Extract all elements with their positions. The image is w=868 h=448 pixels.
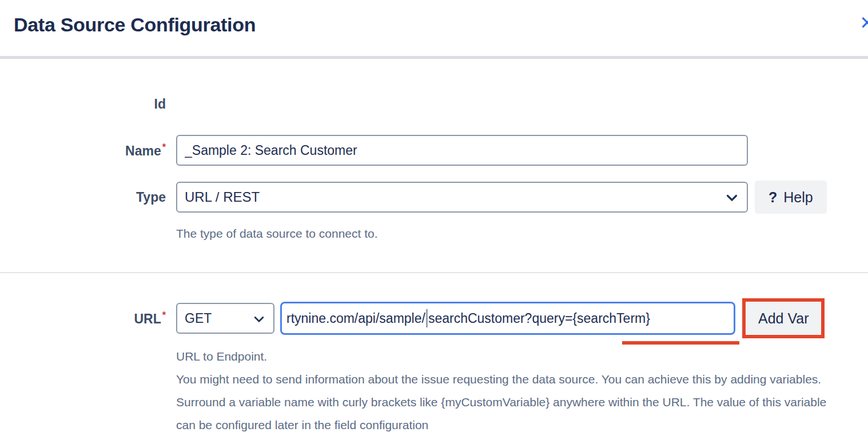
- type-field-row: Type URL / REST ? Help: [0, 181, 868, 214]
- name-input[interactable]: [176, 135, 748, 166]
- url-description-line3: Surround a variable name with curly brac…: [176, 391, 826, 414]
- url-description-line4: can be configured later in the field con…: [176, 414, 826, 437]
- url-value-after-caret: searchCustomer?query={searchTerm}: [428, 311, 650, 326]
- url-value-before-caret: rtynine.com/api/sample/: [286, 311, 425, 326]
- id-field-label: Id: [0, 97, 176, 112]
- question-mark-icon: ?: [769, 189, 777, 206]
- id-field-row: Id: [0, 97, 868, 112]
- name-field-label: Name*: [0, 142, 176, 159]
- name-label-text: Name: [125, 143, 161, 158]
- url-description-line2: You might need to send information about…: [176, 368, 826, 391]
- required-asterisk: *: [162, 310, 166, 320]
- close-icon[interactable]: ✕: [859, 14, 868, 32]
- data-source-configuration-modal: Data Source Configuration ✕ Id Name* Typ…: [0, 0, 868, 448]
- annotation-underline: [622, 341, 739, 345]
- url-field-label: URL*: [0, 310, 176, 327]
- header-divider: [0, 56, 868, 59]
- url-input[interactable]: rtynine.com/api/sample/searchCustomer?qu…: [280, 302, 735, 335]
- type-description: The type of data source to connect to.: [176, 226, 378, 241]
- text-caret: [426, 309, 428, 327]
- modal-header: Data Source Configuration ✕: [0, 0, 868, 56]
- section-divider: [0, 272, 868, 273]
- page-title: Data Source Configuration: [14, 14, 854, 36]
- type-field-label: Type: [0, 190, 176, 205]
- add-var-button[interactable]: Add Var: [746, 302, 821, 334]
- chevron-down-icon: [726, 189, 738, 205]
- chevron-down-icon: [254, 311, 264, 326]
- add-var-annotation-box: Add Var: [742, 298, 825, 338]
- url-label-text: URL: [134, 311, 161, 326]
- required-asterisk: *: [162, 142, 166, 152]
- help-button[interactable]: ? Help: [755, 181, 827, 214]
- help-button-label: Help: [783, 189, 813, 206]
- url-field-row: URL* GET rtynine.com/api/sample/searchCu…: [0, 298, 868, 338]
- url-description: URL to Endpoint. You might need to send …: [176, 345, 826, 437]
- name-field-row: Name*: [0, 135, 868, 166]
- method-select[interactable]: GET: [176, 303, 274, 334]
- url-description-row: URL to Endpoint. You might need to send …: [0, 345, 868, 437]
- type-description-row: The type of data source to connect to.: [0, 226, 868, 241]
- url-description-line1: URL to Endpoint.: [176, 345, 826, 368]
- type-select[interactable]: URL / REST: [176, 182, 748, 213]
- type-select-value: URL / REST: [185, 189, 260, 205]
- method-select-value: GET: [185, 311, 212, 326]
